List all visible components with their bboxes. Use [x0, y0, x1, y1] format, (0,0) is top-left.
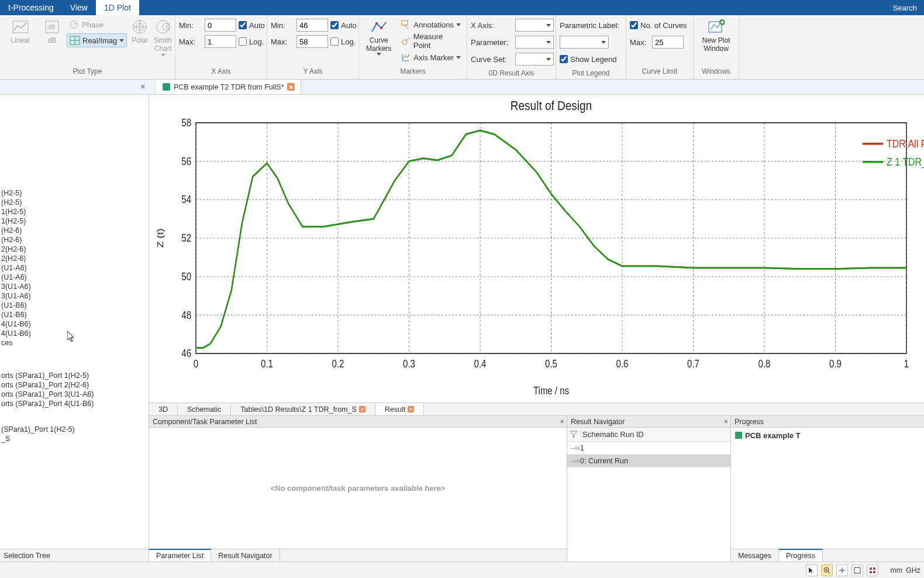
chevron-down-icon	[456, 56, 461, 59]
xaxis-log-label: Log.	[249, 37, 264, 46]
status-pan-icon[interactable]	[836, 565, 848, 576]
parameter-list-panel: Component/Task Parameter List× <No compo…	[149, 416, 567, 562]
xaxis0d-label: X Axis:	[471, 21, 513, 30]
svg-point-15	[375, 22, 378, 25]
tab-3d[interactable]: 3D	[149, 403, 178, 415]
doc-icon	[163, 83, 170, 91]
result-navigator-panel: Result Navigator× Schematic Run ID –∞1 –…	[567, 416, 731, 562]
svg-rect-81	[854, 567, 860, 573]
close-icon[interactable]	[359, 406, 366, 412]
paramlabel-label: Parametric Label:	[560, 21, 619, 30]
xaxis-log-check[interactable]	[239, 37, 247, 46]
progress-panel: Progress PCB example T MessagesProgress	[731, 416, 924, 562]
tab-result[interactable]: Result	[375, 402, 424, 415]
show-legend-label: Show Legend	[570, 55, 617, 64]
status-fit-icon[interactable]	[851, 565, 863, 576]
close-icon[interactable]: ×	[723, 417, 728, 426]
result-tree[interactable]: (H2-5)(H2-5)1(H2-5)1(H2-5)(H2-6)(H2-6)2(…	[0, 95, 149, 549]
paramlabel-combo[interactable]	[560, 36, 609, 49]
svg-text:0.6: 0.6	[616, 358, 629, 370]
xaxis-min-label: Min:	[179, 21, 202, 30]
curve-markers-button[interactable]: Curve Markers	[363, 18, 395, 57]
measure-point-button[interactable]: Measure Point	[398, 34, 463, 48]
svg-text:Z (t): Z (t)	[155, 229, 165, 248]
smith-icon	[155, 19, 171, 35]
svg-text:dB: dB	[47, 23, 55, 30]
svg-text:56: 56	[181, 155, 191, 167]
yaxis-log-check[interactable]	[330, 37, 339, 46]
curveset-combo[interactable]	[515, 53, 554, 66]
group-caption: Windows	[694, 67, 739, 79]
xaxis-auto-check[interactable]	[239, 21, 247, 29]
param0d-combo[interactable]	[515, 36, 554, 49]
phase-button[interactable]: Phase	[67, 18, 127, 32]
yaxis-min-label: Min:	[271, 21, 294, 30]
svg-text:0.9: 0.9	[829, 358, 842, 370]
xaxis-max-label: Max:	[179, 37, 202, 46]
axis-marker-button[interactable]: Axis Marker	[398, 50, 463, 64]
status-zoom-icon[interactable]	[821, 565, 833, 576]
chevron-down-icon	[377, 53, 381, 56]
chart-area[interactable]: Result of Design00.10.20.30.40.50.60.70.…	[149, 95, 924, 402]
xaxis-min-input[interactable]	[205, 19, 236, 32]
svg-text:0.5: 0.5	[545, 358, 557, 370]
status-cursor-icon[interactable]	[806, 565, 818, 576]
polar-button[interactable]: Polar	[130, 18, 149, 46]
close-icon[interactable]	[408, 406, 414, 412]
yaxis-auto-check[interactable]	[330, 21, 339, 29]
yaxis-max-input[interactable]	[296, 35, 328, 48]
left-panel: (H2-5)(H2-5)1(H2-5)1(H2-5)(H2-6)(H2-6)2(…	[0, 95, 149, 562]
nav-header-label: Schematic Run ID	[582, 430, 644, 439]
curve-max-input[interactable]	[652, 36, 684, 49]
doc-tab[interactable]: PCB example T2 TDR from FullS*	[157, 80, 301, 94]
svg-rect-72	[735, 432, 742, 439]
status-grid-icon[interactable]	[867, 565, 878, 576]
units-mm: mm	[890, 566, 902, 574]
search-label[interactable]: Search	[886, 0, 924, 15]
tab-schematic[interactable]: Schematic	[178, 403, 231, 415]
smith-button[interactable]: Smith Chart	[153, 18, 173, 58]
db-button[interactable]: dB dB	[41, 18, 63, 46]
svg-text:0: 0	[194, 358, 198, 370]
progress-tab[interactable]: Progress	[779, 549, 823, 562]
close-icon[interactable]	[287, 83, 295, 91]
tab-tables[interactable]: Tables\1D Results\Z 1 TDR_from_S	[231, 403, 375, 415]
yaxis-min-input[interactable]	[296, 19, 328, 32]
svg-text:54: 54	[181, 194, 191, 206]
svg-line-20	[406, 37, 409, 40]
linear-button[interactable]: Linear	[4, 18, 37, 46]
no-of-curves-check[interactable]	[630, 21, 638, 29]
db-icon: dB	[44, 19, 60, 35]
panel-close-icon[interactable]: ×	[140, 81, 146, 91]
nav-row[interactable]: –∞1	[567, 442, 730, 455]
annotations-button[interactable]: Annotations	[398, 18, 463, 32]
progress-item[interactable]: PCB example T	[745, 431, 801, 440]
result-navigator-tab[interactable]: Result Navigator	[211, 549, 280, 562]
xaxis-max-input[interactable]	[205, 35, 236, 48]
svg-text:Z 1 TDR_from: Z 1 TDR_from	[887, 155, 924, 168]
nav-row-current[interactable]: –∞0: Current Run	[567, 455, 730, 467]
linear-icon	[12, 19, 29, 35]
ribbon: Linear dB dB Phase	[0, 15, 924, 80]
show-legend-check[interactable]	[560, 55, 568, 63]
new-window-icon	[708, 19, 725, 35]
new-plot-window-button[interactable]: New Plot Window	[697, 18, 735, 54]
selection-tree-tab[interactable]: Selection Tree	[0, 549, 149, 562]
tab-1dplot[interactable]: 1D Plot	[96, 0, 139, 15]
tab-view[interactable]: View	[62, 0, 96, 15]
svg-text:1: 1	[904, 358, 909, 370]
svg-text:0.2: 0.2	[332, 358, 344, 370]
tab-postprocessing[interactable]: t-Processing	[0, 0, 62, 15]
realimag-button[interactable]: Real/Imag	[67, 33, 127, 47]
xaxis0d-combo[interactable]	[515, 19, 554, 32]
parameter-list-tab[interactable]: Parameter List	[149, 549, 211, 562]
close-icon[interactable]: ×	[560, 417, 564, 426]
realimag-icon	[70, 35, 80, 46]
filter-icon[interactable]	[570, 430, 579, 439]
chevron-down-icon	[161, 54, 166, 57]
messages-tab[interactable]: Messages	[731, 549, 779, 562]
yaxis-log-label: Log.	[341, 37, 356, 46]
svg-text:TDR All Ports (: TDR All Ports (	[887, 137, 924, 150]
svg-text:Result of Design: Result of Design	[511, 98, 592, 113]
svg-text:0.1: 0.1	[261, 358, 273, 370]
